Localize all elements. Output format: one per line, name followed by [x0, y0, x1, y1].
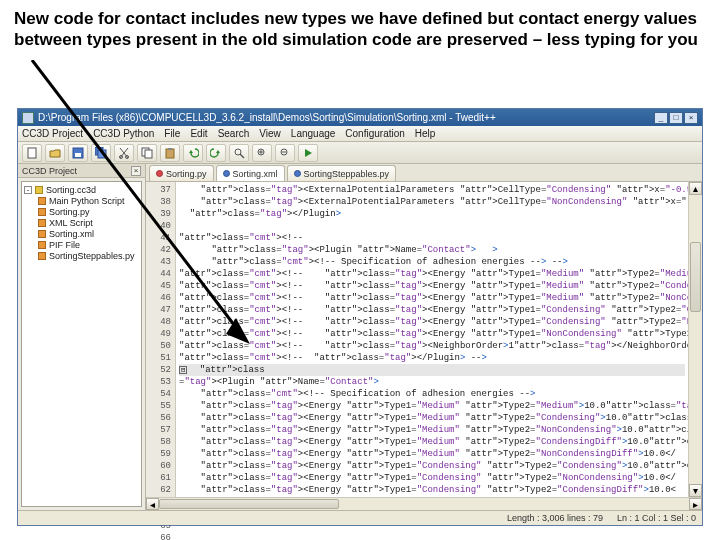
line-gutter: 37 38 39 40 41 42 43 44 45 46 47 48 49 5… — [146, 182, 176, 497]
statusbar: Length : 3,006 lines : 79 Ln : 1 Col : 1… — [18, 510, 702, 525]
undo-icon — [187, 147, 199, 159]
editor-area: Sorting.pySorting.xmlSortingSteppables.p… — [146, 164, 702, 510]
tree-item[interactable]: Main Python Script — [38, 196, 139, 206]
run-icon — [302, 147, 314, 159]
tab-icon — [156, 170, 163, 177]
app-icon — [22, 112, 34, 124]
file-icon — [38, 241, 46, 249]
project-panel: CC3D Project × - Sorting.cc3d Main Pytho… — [18, 164, 146, 510]
zoom-out-button[interactable] — [275, 144, 295, 162]
tab-sorting-xml[interactable]: Sorting.xml — [216, 165, 285, 181]
menu-configuration[interactable]: Configuration — [345, 128, 404, 139]
tree-item[interactable]: SortingSteppables.py — [38, 251, 139, 261]
file-icon — [38, 208, 46, 216]
cut-icon — [118, 147, 130, 159]
zoom-in-button[interactable] — [252, 144, 272, 162]
new-icon — [26, 147, 38, 159]
tree-item-label: PIF File — [49, 240, 80, 250]
tab-bar: Sorting.pySorting.xmlSortingSteppables.p… — [146, 164, 702, 182]
save-all-icon — [95, 147, 107, 159]
save-button[interactable] — [68, 144, 88, 162]
file-icon — [38, 252, 46, 260]
tree-item-label: Sorting.xml — [49, 229, 94, 239]
find-button[interactable] — [229, 144, 249, 162]
tree-item[interactable]: Sorting.xml — [38, 229, 139, 239]
svg-line-14 — [240, 154, 244, 158]
tab-label: Sorting.py — [166, 169, 207, 179]
project-icon — [35, 186, 43, 194]
editor-window: D:\Program Files (x86)\COMPUCELL3D_3.6.2… — [17, 108, 703, 526]
menubar: CC3D ProjectCC3D PythonFileEditSearchVie… — [18, 126, 702, 142]
open-icon — [49, 147, 61, 159]
toolbar — [18, 142, 702, 164]
copy-icon — [141, 147, 153, 159]
slide-caption: New code for contact includes new types … — [0, 0, 720, 55]
code-area[interactable]: "attr">class="tag"><ExternalPotentialPar… — [176, 182, 688, 497]
minimize-button[interactable]: _ — [654, 112, 668, 124]
zoom-in-icon — [256, 147, 268, 159]
svg-rect-2 — [28, 148, 36, 158]
status-position: Ln : 1 Col : 1 Sel : 0 — [617, 513, 696, 523]
scroll-thumb-h[interactable] — [159, 499, 339, 509]
panel-close-button[interactable]: × — [131, 166, 141, 176]
scroll-right-button[interactable]: ▸ — [689, 498, 702, 510]
scroll-thumb[interactable] — [690, 242, 701, 312]
tree-item[interactable]: XML Script — [38, 218, 139, 228]
run-button[interactable] — [298, 144, 318, 162]
svg-rect-11 — [166, 149, 174, 158]
horizontal-scrollbar[interactable]: ◂ ▸ — [146, 497, 702, 510]
scroll-left-button[interactable]: ◂ — [146, 498, 159, 510]
menu-help[interactable]: Help — [415, 128, 436, 139]
copy-button[interactable] — [137, 144, 157, 162]
save-icon — [72, 147, 84, 159]
tab-sorting-py[interactable]: Sorting.py — [149, 165, 214, 181]
tree-item-label: XML Script — [49, 218, 93, 228]
tree-item-label: Main Python Script — [49, 196, 125, 206]
tab-label: SortingSteppables.py — [304, 169, 390, 179]
maximize-button[interactable]: □ — [669, 112, 683, 124]
undo-button[interactable] — [183, 144, 203, 162]
save-all-button[interactable] — [91, 144, 111, 162]
tab-sortingsteppables-py[interactable]: SortingSteppables.py — [287, 165, 397, 181]
file-icon — [38, 197, 46, 205]
file-icon — [38, 230, 46, 238]
menu-view[interactable]: View — [259, 128, 281, 139]
tree-collapse-icon[interactable]: - — [24, 186, 32, 194]
panel-title: CC3D Project — [22, 166, 77, 176]
tab-icon — [223, 170, 230, 177]
menu-cc3d-python[interactable]: CC3D Python — [93, 128, 154, 139]
menu-cc3d-project[interactable]: CC3D Project — [22, 128, 83, 139]
titlebar-text: D:\Program Files (x86)\COMPUCELL3D_3.6.2… — [38, 112, 496, 123]
status-length: Length : 3,006 lines : 79 — [507, 513, 603, 523]
vertical-scrollbar[interactable]: ▴ ▾ — [688, 182, 702, 497]
menu-language[interactable]: Language — [291, 128, 336, 139]
file-icon — [38, 219, 46, 227]
zoom-out-icon — [279, 147, 291, 159]
cut-button[interactable] — [114, 144, 134, 162]
tree-item-label: Sorting.py — [49, 207, 90, 217]
tree-root-label[interactable]: Sorting.cc3d — [46, 185, 96, 195]
tree-item-label: SortingSteppables.py — [49, 251, 135, 261]
svg-rect-10 — [145, 150, 152, 158]
svg-rect-12 — [168, 148, 172, 150]
project-tree[interactable]: - Sorting.cc3d Main Python ScriptSorting… — [21, 181, 142, 507]
svg-rect-4 — [75, 153, 81, 157]
menu-file[interactable]: File — [164, 128, 180, 139]
scroll-down-button[interactable]: ▾ — [689, 484, 702, 497]
scroll-up-button[interactable]: ▴ — [689, 182, 702, 195]
find-icon — [233, 147, 245, 159]
new-button[interactable] — [22, 144, 42, 162]
tab-label: Sorting.xml — [233, 169, 278, 179]
paste-button[interactable] — [160, 144, 180, 162]
open-button[interactable] — [45, 144, 65, 162]
tab-icon — [294, 170, 301, 177]
tree-item[interactable]: Sorting.py — [38, 207, 139, 217]
menu-edit[interactable]: Edit — [190, 128, 207, 139]
redo-icon — [210, 147, 222, 159]
paste-icon — [164, 147, 176, 159]
redo-button[interactable] — [206, 144, 226, 162]
tree-item[interactable]: PIF File — [38, 240, 139, 250]
close-button[interactable]: × — [684, 112, 698, 124]
menu-search[interactable]: Search — [218, 128, 250, 139]
titlebar[interactable]: D:\Program Files (x86)\COMPUCELL3D_3.6.2… — [18, 109, 702, 126]
